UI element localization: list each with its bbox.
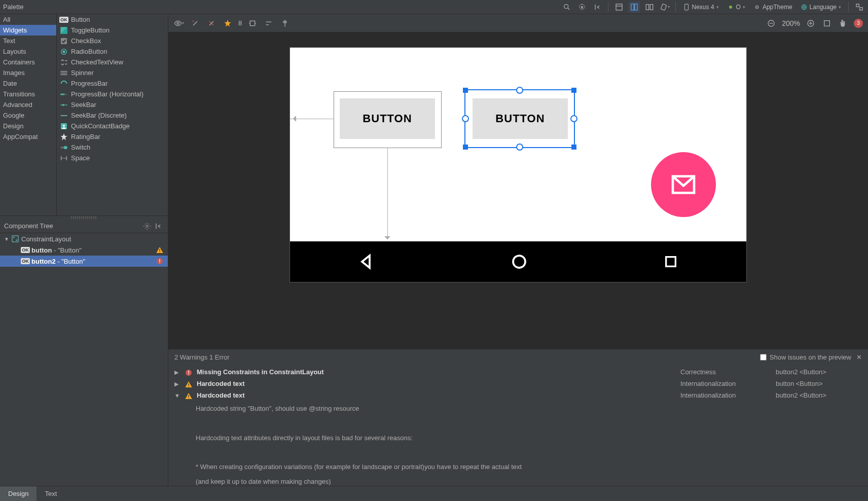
palette-item-spinner[interactable]: Spinner xyxy=(57,67,168,78)
palette-item-progressbar-horizontal-[interactable]: ProgressBar (Horizontal) xyxy=(57,89,168,99)
api-selector[interactable]: O▾ xyxy=(725,4,747,11)
palette-category-widgets[interactable]: Widgets xyxy=(0,25,56,35)
resize-handle[interactable] xyxy=(571,145,576,150)
issue-title: Hardcoded text xyxy=(197,391,676,399)
palette-item-checkbox[interactable]: CheckBox xyxy=(57,35,168,46)
constraint-anchor[interactable] xyxy=(462,115,469,122)
constraint-guide xyxy=(387,148,388,239)
tree-root-label: ConstraintLayout xyxy=(21,235,71,243)
svg-rect-4 xyxy=(616,4,622,10)
palette-category-appcompat[interactable]: AppCompat xyxy=(0,131,56,142)
magic-wand-icon[interactable] xyxy=(190,18,201,29)
expand-arrow-icon[interactable]: ▶ xyxy=(174,369,180,376)
layout-variants-icon[interactable] xyxy=(854,2,865,13)
show-in-preview-checkbox[interactable] xyxy=(760,354,767,361)
resize-handle[interactable] xyxy=(463,145,468,150)
palette-items: OKButtonToggleButtonCheckBoxRadioButtonC… xyxy=(57,14,168,216)
palette-item-quickcontactbadge[interactable]: QuickContactBadge xyxy=(57,121,168,131)
palette-item-togglebutton[interactable]: ToggleButton xyxy=(57,25,168,35)
palette-category-google[interactable]: Google xyxy=(0,110,56,121)
zoom-in-icon[interactable] xyxy=(805,18,816,29)
svg-rect-88 xyxy=(188,398,189,398)
resize-handle[interactable] xyxy=(463,88,468,93)
close-icon[interactable]: ✕ xyxy=(856,353,862,361)
palette-item-progressbar[interactable]: ProgressBar xyxy=(57,78,168,89)
issue-detail-text xyxy=(168,416,868,431)
home-icon[interactable] xyxy=(510,253,528,271)
view-design-icon[interactable] xyxy=(613,2,625,13)
svg-point-46 xyxy=(146,225,148,227)
eye-icon[interactable]: ▾ xyxy=(173,18,185,29)
gear-icon[interactable] xyxy=(576,2,588,13)
issue-row[interactable]: ▼Hardcoded textInternationalizationbutto… xyxy=(168,390,868,402)
palette-category-transitions[interactable]: Transitions xyxy=(0,89,56,99)
svg-rect-22 xyxy=(61,38,67,44)
tab-design[interactable]: Design xyxy=(0,486,37,501)
align-icon[interactable] xyxy=(279,18,291,29)
selection-outline[interactable] xyxy=(464,89,575,148)
zoom-fit-icon[interactable] xyxy=(821,18,833,29)
expand-arrow-icon[interactable]: ▶ xyxy=(174,381,180,387)
language-selector[interactable]: Language▾ xyxy=(799,4,843,11)
palette-item-ratingbar[interactable]: RatingBar xyxy=(57,131,168,142)
fab-button[interactable] xyxy=(651,152,716,217)
view-blueprint-icon[interactable] xyxy=(629,2,640,13)
palette-item-button[interactable]: OKButton xyxy=(57,14,168,25)
collapse-icon[interactable] xyxy=(153,221,164,232)
palette-category-advanced[interactable]: Advanced xyxy=(0,99,56,110)
widget-icon: OK xyxy=(21,257,29,265)
svg-rect-75 xyxy=(824,20,830,26)
palette-category-date[interactable]: Date xyxy=(0,78,56,89)
device-selector[interactable]: Nexus 4▾ xyxy=(681,4,721,11)
gear-icon[interactable] xyxy=(141,221,153,232)
expand-arrow-icon[interactable]: ▼ xyxy=(174,392,180,399)
svg-rect-9 xyxy=(650,4,653,10)
resize-handle[interactable] xyxy=(571,88,576,93)
recent-icon[interactable] xyxy=(663,254,679,270)
pack-icon[interactable] xyxy=(263,18,274,29)
issue-row[interactable]: ▶Missing Constraints in ConstraintLayout… xyxy=(168,367,868,378)
tab-text[interactable]: Text xyxy=(37,486,65,501)
palette-category-layouts[interactable]: Layouts xyxy=(0,46,56,57)
svg-rect-31 xyxy=(60,93,64,95)
show-in-preview-toggle[interactable]: Show issues on the preview xyxy=(760,353,851,361)
tree-root[interactable]: ▼ ConstraintLayout xyxy=(0,233,168,244)
issue-row[interactable]: ▶Hardcoded textInternationalizationbutto… xyxy=(168,378,868,390)
preview-button-1[interactable]: BUTTON xyxy=(340,98,435,139)
orientation-icon[interactable]: ▾ xyxy=(659,2,670,13)
palette-item-radiobutton[interactable]: RadioButton xyxy=(57,46,168,57)
svg-rect-55 xyxy=(159,259,160,262)
notification-badge[interactable]: 3 xyxy=(854,19,863,28)
constraint-anchor[interactable] xyxy=(516,87,523,94)
palette-category-images[interactable]: Images xyxy=(0,67,56,78)
design-surface[interactable]: BUTTON BUTTON xyxy=(168,32,868,349)
palette-category-all[interactable]: All xyxy=(0,14,56,25)
zoom-out-icon[interactable] xyxy=(766,18,777,29)
clear-constraints-icon[interactable] xyxy=(206,18,217,29)
widget-icon: OK xyxy=(21,246,29,254)
palette-item-seekbar[interactable]: SeekBar xyxy=(57,99,168,110)
widget-icon xyxy=(60,154,68,162)
margin-icon[interactable] xyxy=(247,18,258,29)
palette-item-checkedtextview[interactable]: CheckedTextView xyxy=(57,57,168,67)
view-both-icon[interactable] xyxy=(644,2,655,13)
infer-constraints-icon[interactable] xyxy=(222,18,233,29)
svg-point-0 xyxy=(564,4,568,8)
palette-item-switch[interactable]: Switch xyxy=(57,142,168,153)
pan-icon[interactable] xyxy=(838,18,849,29)
palette-category-design[interactable]: Design xyxy=(0,121,56,131)
palette-item-space[interactable]: Space xyxy=(57,153,168,163)
palette-category-text[interactable]: Text xyxy=(0,35,56,46)
palette-item-seekbar-discrete-[interactable]: SeekBar (Discrete) xyxy=(57,110,168,121)
theme-selector[interactable]: AppTheme xyxy=(751,4,794,11)
constraint-anchor[interactable] xyxy=(570,115,577,122)
collapse-icon[interactable] xyxy=(592,2,603,13)
margin-value[interactable]: 8 xyxy=(238,19,242,27)
palette-categories: AllWidgetsTextLayoutsContainersImagesDat… xyxy=(0,14,57,216)
constraint-anchor[interactable] xyxy=(516,144,523,151)
tree-node-button2[interactable]: OKbutton2 - "Button" xyxy=(0,256,168,267)
search-icon[interactable] xyxy=(561,2,572,13)
back-icon[interactable] xyxy=(357,253,376,271)
tree-node-button[interactable]: OKbutton - "Button" xyxy=(0,244,168,256)
palette-category-containers[interactable]: Containers xyxy=(0,57,56,67)
